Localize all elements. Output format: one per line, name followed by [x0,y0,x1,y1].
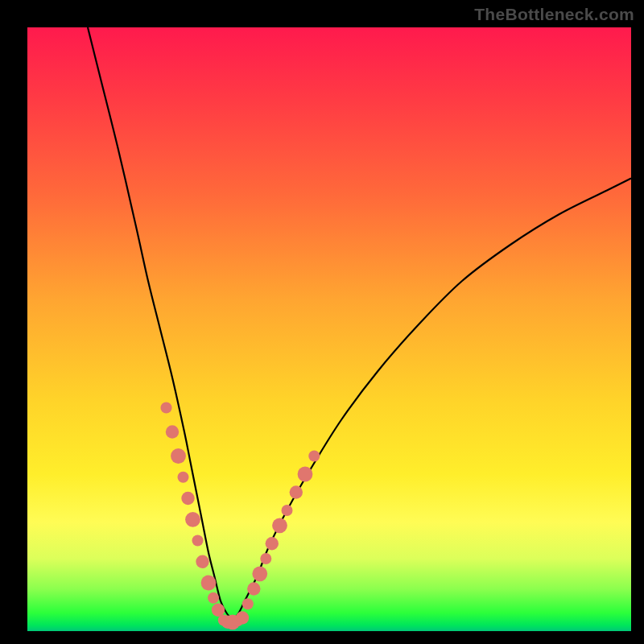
data-point [298,467,313,482]
data-point [290,485,303,498]
data-point [166,425,179,438]
data-point [212,604,225,617]
data-point [201,576,217,591]
data-point [196,555,208,568]
curve-svg [27,27,631,631]
bottleneck-curve [88,27,631,619]
data-point [178,472,189,483]
data-point [272,518,287,533]
dots-right [242,451,320,610]
data-point [161,402,172,414]
chart-container: TheBottleneck.com [0,0,644,644]
data-point [308,451,320,462]
data-point [192,535,204,547]
data-point [247,582,260,595]
data-point [266,537,279,550]
plot-area [27,27,631,631]
data-point [185,512,200,527]
dots-left [161,402,225,617]
data-point [252,566,267,581]
data-point [242,598,254,609]
data-point [171,448,186,464]
data-point [260,553,271,564]
data-point [181,492,194,505]
data-point [282,505,293,516]
data-point [208,592,219,604]
data-point [236,611,249,624]
watermark-text: TheBottleneck.com [474,5,634,24]
